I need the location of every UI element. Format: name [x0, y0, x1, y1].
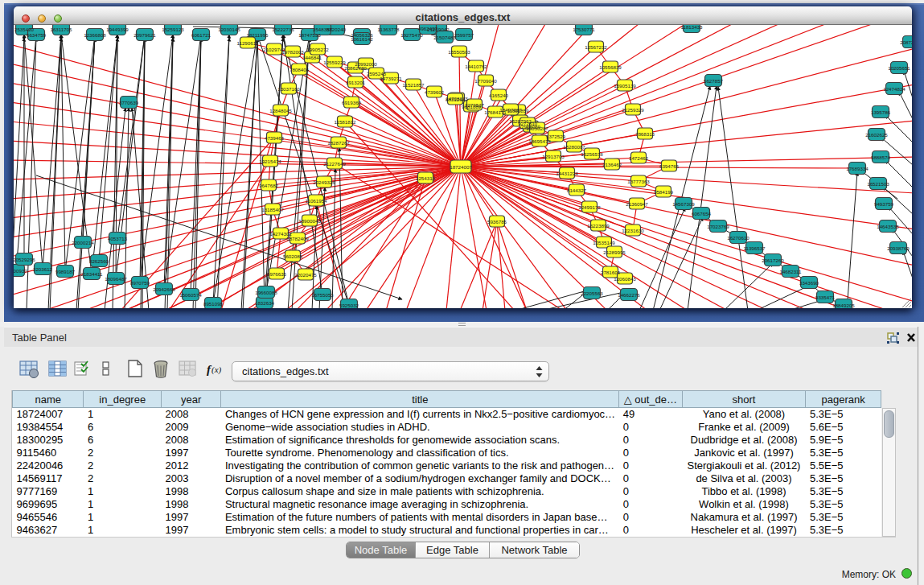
- svg-text:3548387: 3548387: [313, 27, 333, 32]
- svg-text:10556839: 10556839: [599, 64, 622, 70]
- svg-text:21259329: 21259329: [622, 107, 644, 113]
- svg-text:9989187: 9989187: [55, 269, 76, 274]
- svg-text:14662276: 14662276: [618, 292, 640, 298]
- svg-text:21360947: 21360947: [626, 201, 648, 207]
- svg-text:16755053: 16755053: [311, 292, 334, 298]
- svg-text:7279537: 7279537: [465, 102, 485, 108]
- svg-text:15222736: 15222736: [272, 27, 294, 32]
- svg-text:18287267: 18287267: [327, 140, 350, 146]
- svg-text:12567232: 12567232: [585, 44, 607, 50]
- svg-text:21289995: 21289995: [603, 249, 626, 255]
- svg-text:5925032: 5925032: [339, 303, 359, 308]
- svg-text:11290617: 11290617: [236, 40, 259, 46]
- svg-text:9335471: 9335471: [815, 295, 836, 300]
- svg-text:8831264: 8831264: [446, 97, 466, 102]
- svg-text:20938769: 20938769: [887, 245, 910, 251]
- svg-text:15905139: 15905139: [614, 83, 636, 89]
- svg-text:19215474: 19215474: [259, 159, 281, 164]
- svg-text:17530771: 17530771: [573, 27, 595, 32]
- svg-text:19660088: 19660088: [255, 290, 277, 295]
- svg-text:15259123: 15259123: [162, 27, 184, 32]
- svg-text:19275470: 19275470: [400, 32, 423, 38]
- svg-text:17023769: 17023769: [707, 224, 729, 229]
- svg-text:9584199: 9584199: [654, 189, 674, 195]
- svg-text:1372529: 1372529: [546, 134, 566, 139]
- svg-text:13037160: 13037160: [277, 86, 300, 92]
- svg-text:20300937: 20300937: [14, 268, 27, 274]
- svg-text:18497087: 18497087: [499, 107, 522, 113]
- svg-text:21227649: 21227649: [323, 161, 346, 167]
- svg-text:18782409: 18782409: [286, 236, 309, 241]
- svg-text:20529296: 20529296: [14, 257, 35, 262]
- svg-text:13185407: 13185407: [261, 207, 284, 212]
- svg-text:11061954: 11061954: [305, 198, 327, 204]
- svg-text:3770639: 3770639: [119, 100, 139, 105]
- svg-text:2599757: 2599757: [454, 32, 474, 38]
- svg-text:1254313: 1254313: [416, 175, 436, 181]
- svg-text:6919360: 6919360: [342, 100, 362, 105]
- svg-text:20979621: 20979621: [133, 32, 156, 38]
- svg-text:12559229: 12559229: [323, 60, 346, 65]
- svg-text:16270610: 16270610: [727, 235, 749, 241]
- svg-text:12366808: 12366808: [84, 32, 106, 38]
- svg-text:4739602: 4739602: [425, 89, 445, 95]
- svg-text:4739463: 4739463: [265, 135, 285, 141]
- svg-text:6067654: 6067654: [692, 211, 712, 216]
- svg-text:6634759: 6634759: [27, 32, 47, 38]
- svg-text:8262560: 8262560: [89, 258, 109, 264]
- svg-text:9888574: 9888574: [871, 154, 891, 160]
- svg-text:5627857: 5627857: [704, 78, 724, 84]
- svg-text:16223899: 16223899: [587, 223, 610, 229]
- svg-text:11521857: 11521857: [402, 82, 425, 88]
- svg-text:18900043: 18900043: [298, 218, 321, 224]
- svg-text:11813433: 11813433: [680, 25, 703, 30]
- svg-text:12848045: 12848045: [269, 108, 292, 113]
- svg-text:18724007: 18724007: [450, 164, 472, 170]
- svg-text:3446841: 3446841: [302, 55, 322, 60]
- svg-text:11396537: 11396537: [743, 245, 766, 251]
- svg-text:21602625: 21602625: [865, 132, 888, 138]
- svg-text:2136462: 2136462: [602, 162, 622, 167]
- svg-text:22000214: 22000214: [72, 240, 94, 245]
- svg-text:18211995: 18211995: [246, 32, 269, 38]
- svg-text:14567309: 14567309: [672, 201, 695, 207]
- svg-text:14682311: 14682311: [779, 269, 802, 274]
- svg-text:20872519: 20872519: [900, 39, 912, 45]
- svg-text:12913703: 12913703: [542, 154, 565, 159]
- svg-text:4053713: 4053713: [108, 236, 128, 241]
- svg-text:15280087: 15280087: [563, 144, 585, 150]
- svg-text:9647682: 9647682: [259, 183, 279, 188]
- svg-text:12499172: 12499172: [578, 204, 601, 210]
- svg-text:18695478: 18695478: [528, 138, 551, 144]
- svg-text:1913201: 1913201: [346, 80, 366, 85]
- svg-text:15060574: 15060574: [179, 292, 202, 298]
- svg-text:16256578: 16256578: [581, 151, 603, 157]
- svg-text:12060843: 12060843: [614, 276, 636, 282]
- svg-text:18849205: 18849205: [832, 303, 855, 308]
- svg-text:7808404: 7808404: [290, 67, 310, 72]
- svg-text:12474824: 12474824: [883, 86, 906, 92]
- svg-text:22020475: 22020475: [294, 272, 317, 278]
- svg-text:20992000: 20992000: [355, 61, 377, 67]
- svg-text:22205563: 22205563: [581, 290, 603, 296]
- svg-text:16311705: 16311705: [50, 27, 72, 32]
- svg-text:6061721: 6061721: [191, 32, 211, 38]
- svg-text:3343690: 3343690: [799, 280, 819, 286]
- svg-text:21834411: 21834411: [80, 271, 103, 277]
- svg-text:5602085: 5602085: [283, 253, 303, 259]
- svg-text:1472462: 1472462: [629, 155, 649, 161]
- svg-text:12030145: 12030145: [218, 27, 240, 32]
- svg-text:21507483: 21507483: [433, 35, 456, 40]
- svg-text:9493759: 9493759: [874, 201, 894, 207]
- svg-text:12231630: 12231630: [622, 228, 644, 233]
- svg-text:5936785: 5936785: [487, 219, 507, 225]
- svg-text:(x): (x): [211, 365, 222, 375]
- svg-text:18096487: 18096487: [105, 276, 127, 282]
- svg-text:19782003: 19782003: [281, 49, 304, 55]
- svg-text:16521503: 16521503: [867, 181, 889, 187]
- svg-text:1832634: 1832634: [255, 300, 275, 306]
- svg-text:6976635: 6976635: [267, 271, 287, 277]
- svg-text:15550503: 15550503: [448, 49, 470, 55]
- svg-text:11581812: 11581812: [334, 119, 356, 125]
- svg-text:18747533: 18747533: [298, 32, 321, 38]
